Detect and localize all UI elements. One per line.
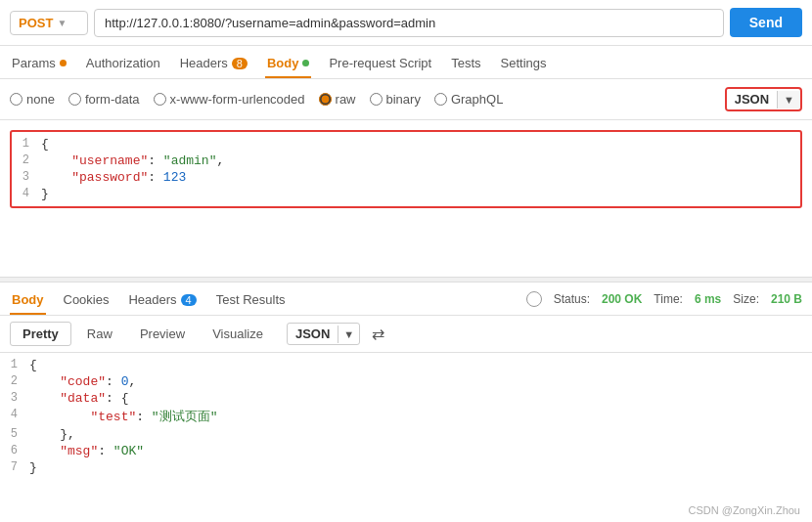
json-format-label: JSON [727,89,777,109]
resp-tab-test-results[interactable]: Test Results [214,286,288,315]
tab-body-label: Body [267,56,299,70]
response-body-viewer: 1 { 2 "code": 0, 3 "data": { 4 "test": "… [0,353,812,480]
resp-tab-body[interactable]: Body [10,286,46,315]
status-label: Status: [554,292,590,306]
req-line-4: 4 } [12,186,800,202]
method-chevron-icon: ▼ [57,18,67,28]
tab-authorization[interactable]: Authorization [84,50,162,78]
resp-subtab-visualize[interactable]: Visualize [201,323,275,345]
status-value: 200 OK [602,292,642,306]
tab-pre-request[interactable]: Pre-request Script [327,50,433,78]
json-format-chevron-icon[interactable]: ▼ [777,91,800,109]
method-select[interactable]: POST ▼ [10,11,88,35]
body-options-row: none form-data x-www-form-urlencoded raw… [0,79,812,120]
send-button[interactable]: Send [730,8,802,37]
time-value: 6 ms [695,292,721,306]
tab-params[interactable]: Params [10,50,68,78]
resp-tab-body-label: Body [12,292,44,307]
resp-line-4: 4 "test": "测试页面" [0,407,812,426]
resp-line-7: 7 } [0,459,812,476]
empty-space [0,218,812,277]
tab-authorization-label: Authorization [86,56,160,70]
resp-subtab-preview[interactable]: Preview [128,323,197,345]
option-binary[interactable]: binary [370,92,421,107]
option-x-www[interactable]: x-www-form-urlencoded [154,92,305,107]
req-line-1: 1 { [12,136,800,152]
resp-tab-headers-label: Headers [128,292,176,307]
resp-subtab-raw[interactable]: Raw [75,323,124,345]
tab-settings[interactable]: Settings [499,50,549,78]
resp-json-label: JSON [288,324,338,344]
tab-params-label: Params [12,56,56,70]
globe-icon[interactable] [526,291,542,307]
response-sub-tabs: Pretty Raw Preview Visualize JSON ▼ ⇄ [0,316,812,353]
footer-text: CSDN @ZongXin.Zhou [689,504,801,516]
footer: CSDN @ZongXin.Zhou [689,504,801,516]
req-line-2: 2 "username": "admin", [12,152,800,169]
resp-line-1: 1 { [0,357,812,373]
resp-tab-cookies[interactable]: Cookies [62,286,112,315]
size-label: Size: [733,292,759,306]
resp-json-chevron-icon[interactable]: ▼ [338,326,359,343]
resp-json-dropdown[interactable]: JSON ▼ [287,323,360,345]
resp-headers-badge: 4 [181,294,197,306]
wrap-icon[interactable]: ⇄ [372,325,384,343]
option-graphql[interactable]: GraphQL [434,92,503,107]
tab-tests[interactable]: Tests [449,50,482,78]
resp-subtab-pretty[interactable]: Pretty [10,322,71,346]
size-value: 210 B [771,292,802,306]
method-label: POST [19,16,53,30]
tab-headers-label: Headers [180,56,228,70]
tab-pre-request-label: Pre-request Script [329,56,431,70]
time-label: Time: [654,292,683,306]
option-raw[interactable]: raw [319,92,356,107]
resp-tab-cookies-label: Cookies [64,292,110,307]
top-bar: POST ▼ Send [0,0,812,46]
resp-tab-headers[interactable]: Headers 4 [126,286,198,315]
tab-body[interactable]: Body [265,50,312,78]
req-line-3: 3 "password": 123 [12,169,800,186]
params-dot [60,60,67,66]
headers-badge: 8 [232,58,248,69]
tab-settings-label: Settings [501,56,547,70]
resp-line-5: 5 }, [0,426,812,443]
response-tabs: Body Cookies Headers 4 Test Results Stat… [0,283,812,316]
option-none[interactable]: none [10,92,55,107]
resp-line-6: 6 "msg": "OK" [0,443,812,459]
request-body-editor[interactable]: 1 { 2 "username": "admin", 3 "password":… [10,130,802,208]
tab-tests-label: Tests [451,56,480,70]
response-meta: Status: 200 OK Time: 6 ms Size: 210 B [526,291,802,311]
resp-line-3: 3 "data": { [0,390,812,407]
option-form-data[interactable]: form-data [68,92,140,107]
resp-line-2: 2 "code": 0, [0,373,812,390]
json-format-selector[interactable]: JSON ▼ [725,87,802,111]
request-tabs: Params Authorization Headers 8 Body Pre-… [0,46,812,79]
resp-tab-test-results-label: Test Results [216,292,286,307]
url-input[interactable] [94,9,724,37]
body-dot [302,60,309,66]
tab-headers[interactable]: Headers 8 [178,50,249,78]
